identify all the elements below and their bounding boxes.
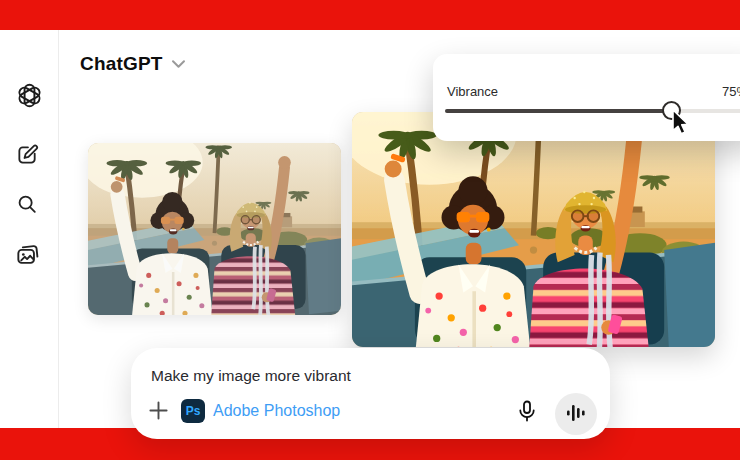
vibrance-slider[interactable] xyxy=(445,109,740,113)
app-window: ChatGPT Vibrance 75% Make my image more … xyxy=(0,0,740,460)
sidebar-item-library[interactable] xyxy=(15,243,40,268)
composer-input[interactable]: Make my image more vibrant xyxy=(151,367,351,385)
tool-link-adobe-photoshop[interactable]: Adobe Photoshop xyxy=(213,402,340,420)
sidebar xyxy=(0,30,59,428)
openai-logo xyxy=(16,82,43,112)
chat-composer[interactable]: Make my image more vibrant Ps Adobe Phot… xyxy=(131,348,610,439)
image-after[interactable] xyxy=(352,112,715,347)
vibrance-slider-fill xyxy=(445,109,672,113)
image-before[interactable] xyxy=(88,143,341,315)
voice-waveform-icon xyxy=(565,402,587,427)
sidebar-item-new-chat[interactable] xyxy=(15,144,39,168)
voice-mode-button[interactable] xyxy=(555,393,597,435)
attach-button[interactable] xyxy=(147,400,169,422)
vibrance-value: 75% xyxy=(722,84,740,99)
library-icon xyxy=(15,242,40,270)
dictate-button[interactable] xyxy=(515,399,539,423)
model-switcher[interactable]: ChatGPT xyxy=(80,53,186,75)
chevron-down-icon xyxy=(171,55,186,73)
frame-top-bar xyxy=(0,0,740,30)
page-title: ChatGPT xyxy=(80,53,163,75)
vibrance-slider-handle[interactable] xyxy=(662,101,681,120)
vibrance-label: Vibrance xyxy=(447,84,498,99)
plus-icon xyxy=(148,409,169,424)
sidebar-item-home[interactable] xyxy=(16,82,43,111)
vibrance-panel: Vibrance 75% xyxy=(433,54,740,141)
sidebar-item-search[interactable] xyxy=(16,194,38,216)
search-icon xyxy=(16,193,38,218)
photoshop-badge-icon[interactable]: Ps xyxy=(181,399,205,423)
mic-icon xyxy=(515,411,539,426)
new-chat-icon xyxy=(16,143,39,169)
